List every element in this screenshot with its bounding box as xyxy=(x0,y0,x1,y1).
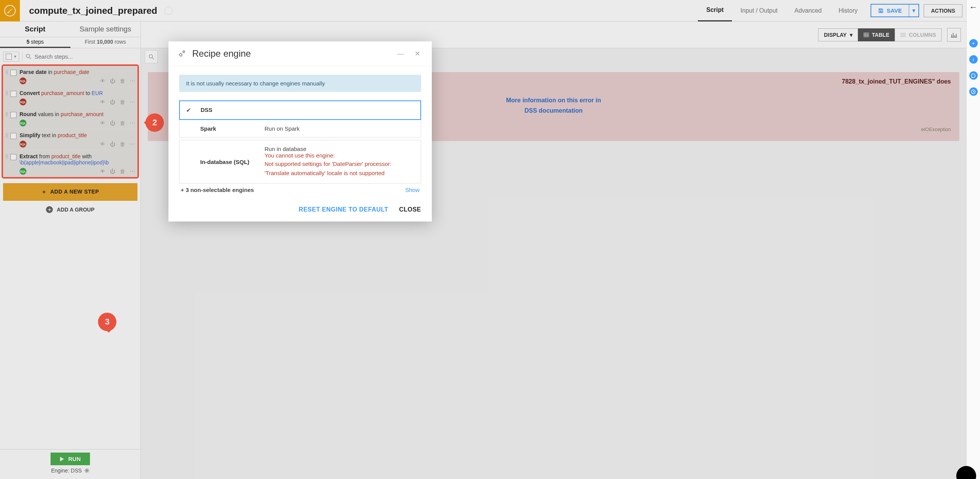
rail-add-icon[interactable]: ＋ xyxy=(969,39,978,48)
reset-engine-button[interactable]: RESET ENGINE TO DEFAULT xyxy=(299,206,388,213)
modal-backdrop[interactable] xyxy=(0,0,980,479)
show-link[interactable]: Show xyxy=(405,187,420,193)
engine-error-title: You cannot use this engine: xyxy=(265,152,415,159)
info-message: It is not usually necessary to change en… xyxy=(179,75,421,92)
engine-desc: Run on Spark xyxy=(265,125,415,132)
recipe-engine-modal: Recipe engine — ✕ It is not usually nece… xyxy=(168,41,432,221)
engine-desc: Run in database xyxy=(265,146,415,152)
modal-title: Recipe engine xyxy=(192,48,389,59)
rail-chat-icon[interactable] xyxy=(969,71,978,80)
svg-point-3 xyxy=(972,74,975,77)
engine-name: DSS xyxy=(201,107,258,113)
check-icon: ✔ xyxy=(186,107,194,114)
svg-point-6 xyxy=(183,51,185,52)
engine-option-sql[interactable]: In-database (SQL) Run in database You ca… xyxy=(179,140,421,184)
close-button[interactable]: CLOSE xyxy=(399,206,421,213)
gears-icon xyxy=(178,49,186,58)
engine-name: In-database (SQL) xyxy=(200,159,258,165)
close-icon[interactable]: ✕ xyxy=(412,49,423,58)
back-arrow-icon[interactable]: ← xyxy=(969,2,978,12)
engine-name: Spark xyxy=(200,125,258,132)
engine-option-dss[interactable]: ✔ DSS xyxy=(179,100,421,120)
right-rail: ← ＋ i xyxy=(966,0,980,479)
non-selectable-label: + 3 non-selectable engines xyxy=(181,187,254,193)
minimize-icon[interactable]: — xyxy=(395,50,406,58)
engine-option-spark[interactable]: Spark Run on Spark xyxy=(179,120,421,138)
rail-info-icon[interactable]: i xyxy=(969,55,978,64)
rail-history-icon[interactable] xyxy=(969,87,978,96)
engine-error-body: Not supported settings for 'DateParser' … xyxy=(265,159,415,178)
